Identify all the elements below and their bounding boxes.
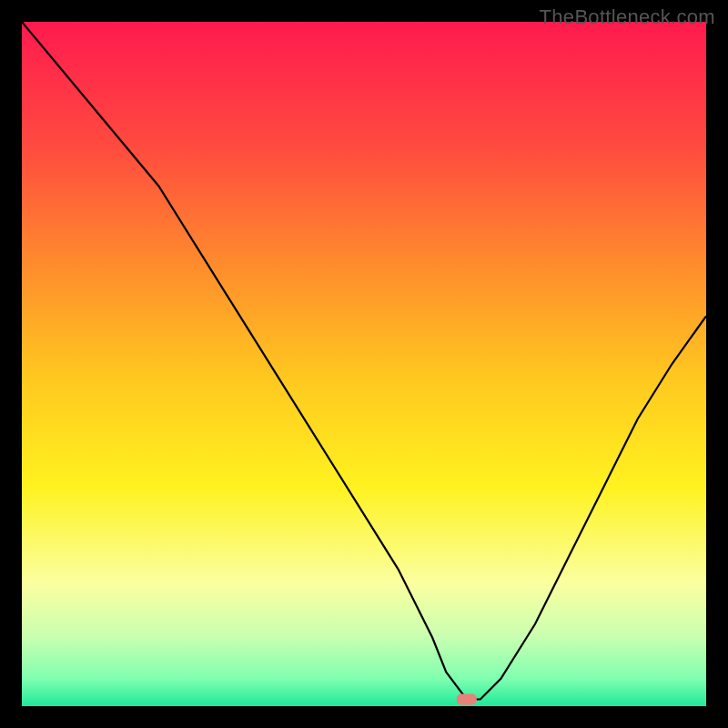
chart-svg (22, 22, 706, 706)
gradient-background (22, 22, 706, 706)
plot-area (22, 22, 706, 706)
optimal-point-marker (457, 694, 477, 705)
watermark-text: TheBottleneck.com (540, 5, 715, 29)
